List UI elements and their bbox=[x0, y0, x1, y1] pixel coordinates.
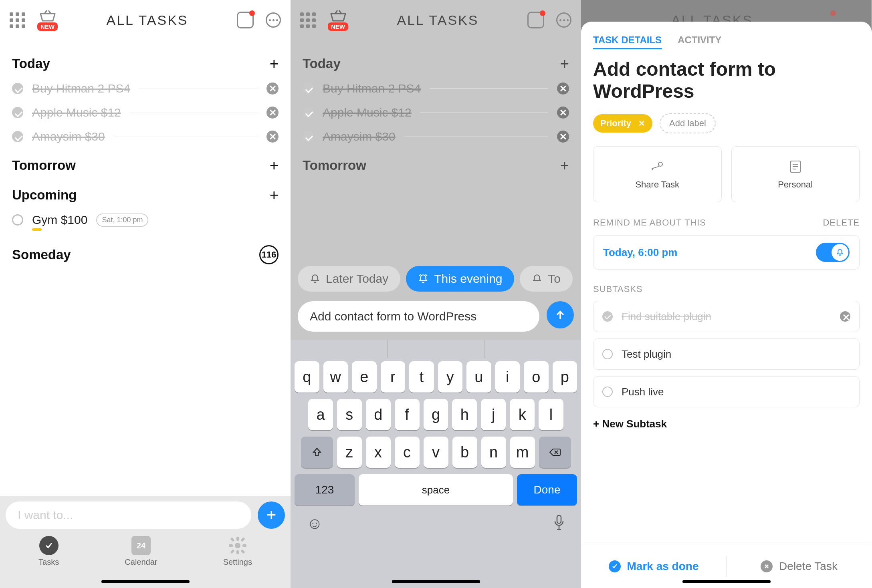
home-indicator[interactable] bbox=[101, 580, 190, 583]
keyboard-key-h[interactable]: h bbox=[452, 399, 477, 430]
tab-details[interactable]: TASK DETAILS bbox=[593, 34, 662, 49]
nav-tasks[interactable]: Tasks bbox=[38, 536, 59, 567]
home-indicator[interactable] bbox=[392, 580, 480, 583]
task-row[interactable]: Amaysim $30 bbox=[12, 130, 279, 143]
quick-add-input[interactable] bbox=[18, 508, 239, 522]
keyboard-key-c[interactable]: c bbox=[395, 437, 420, 468]
delete-task-button[interactable] bbox=[557, 83, 569, 95]
task-radio[interactable] bbox=[12, 214, 23, 226]
delete-task-button[interactable] bbox=[557, 131, 569, 143]
keyboard-suggestion-bar[interactable] bbox=[291, 340, 581, 358]
emoji-icon[interactable]: ☺ bbox=[307, 514, 323, 534]
grocery-icon[interactable]: NEW bbox=[328, 10, 348, 31]
task-row[interactable]: Gym $100 Sat, 1:00 pm bbox=[12, 213, 279, 227]
keyboard-key-f[interactable]: f bbox=[395, 399, 420, 430]
chip-this-evening[interactable]: This evening bbox=[406, 266, 514, 292]
quick-add-field[interactable] bbox=[6, 501, 251, 529]
delete-task-button[interactable] bbox=[266, 107, 279, 119]
app-grid-icon[interactable] bbox=[10, 12, 25, 28]
task-check-icon[interactable] bbox=[12, 131, 23, 142]
task-check-icon[interactable] bbox=[12, 83, 23, 94]
keyboard-space[interactable]: space bbox=[359, 474, 513, 505]
add-button[interactable]: + bbox=[258, 501, 285, 529]
subtask-check[interactable] bbox=[602, 311, 613, 322]
keyboard-key-g[interactable]: g bbox=[424, 399, 448, 430]
new-task-input[interactable] bbox=[310, 310, 527, 323]
add-task-button[interactable]: + bbox=[270, 187, 279, 203]
task-row[interactable]: Amaysim $30 bbox=[303, 130, 569, 143]
keyboard-key-n[interactable]: n bbox=[481, 437, 506, 468]
reminder-card[interactable]: Today, 6:00 pm bbox=[593, 235, 860, 270]
keyboard-key-j[interactable]: j bbox=[481, 399, 506, 430]
add-task-button[interactable]: + bbox=[560, 158, 569, 173]
keyboard-key-y[interactable]: y bbox=[438, 361, 463, 393]
keyboard-123[interactable]: 123 bbox=[295, 474, 355, 505]
keyboard-backspace[interactable] bbox=[539, 437, 571, 468]
keyboard-key-z[interactable]: z bbox=[337, 437, 362, 468]
keyboard-shift[interactable] bbox=[301, 437, 333, 468]
keyboard-key-d[interactable]: d bbox=[366, 399, 391, 430]
keyboard-key-i[interactable]: i bbox=[495, 361, 520, 393]
keyboard-key-a[interactable]: a bbox=[308, 399, 333, 430]
share-task-card[interactable]: Share Task bbox=[593, 146, 722, 202]
keyboard-key-v[interactable]: v bbox=[424, 437, 448, 468]
remove-chip-icon[interactable]: ✕ bbox=[638, 119, 645, 128]
keyboard-key-r[interactable]: r bbox=[381, 361, 406, 393]
keyboard-key-w[interactable]: w bbox=[323, 361, 348, 393]
chip-later-today[interactable]: Later Today bbox=[298, 266, 400, 292]
delete-task-button[interactable] bbox=[557, 107, 569, 119]
inbox-icon[interactable] bbox=[237, 12, 254, 28]
subtask-radio[interactable] bbox=[602, 387, 613, 397]
add-label-chip[interactable]: Add label bbox=[660, 113, 716, 133]
submit-task-button[interactable] bbox=[547, 301, 574, 328]
keyboard-key-s[interactable]: s bbox=[337, 399, 362, 430]
more-icon[interactable] bbox=[266, 12, 281, 28]
chip-tomorrow[interactable]: To bbox=[520, 266, 573, 292]
delete-task-button[interactable]: Delete Task bbox=[727, 560, 872, 573]
task-row[interactable]: Buy Hitman 2 PS4 bbox=[303, 82, 569, 95]
task-check-icon[interactable] bbox=[303, 83, 314, 94]
more-icon[interactable] bbox=[556, 12, 571, 28]
task-row[interactable]: Apple Music $12 bbox=[12, 106, 279, 119]
add-task-button[interactable]: + bbox=[560, 56, 569, 71]
add-task-button[interactable]: + bbox=[270, 158, 279, 173]
delete-subtask-button[interactable] bbox=[840, 311, 850, 322]
keyboard-key-m[interactable]: m bbox=[510, 437, 535, 468]
inbox-icon[interactable] bbox=[527, 12, 544, 28]
keyboard-key-x[interactable]: x bbox=[366, 437, 391, 468]
delete-task-button[interactable] bbox=[266, 83, 279, 95]
reminder-toggle[interactable] bbox=[816, 243, 850, 262]
subtask-row[interactable]: Test plugin bbox=[593, 338, 860, 370]
grocery-icon[interactable]: NEW bbox=[37, 10, 58, 31]
keyboard-key-u[interactable]: u bbox=[466, 361, 491, 393]
nav-settings[interactable]: Settings bbox=[223, 536, 252, 567]
keyboard-key-b[interactable]: b bbox=[452, 437, 477, 468]
priority-chip[interactable]: Priority ✕ bbox=[593, 114, 652, 133]
home-indicator[interactable] bbox=[682, 580, 771, 583]
new-task-field[interactable] bbox=[298, 301, 539, 332]
delete-reminder-button[interactable]: DELETE bbox=[823, 217, 860, 228]
new-subtask-button[interactable]: + New Subtask bbox=[593, 418, 860, 430]
task-row[interactable]: Buy Hitman 2 PS4 bbox=[12, 82, 279, 95]
task-title[interactable]: Add contact form to WordPress bbox=[593, 58, 860, 102]
keyboard-key-l[interactable]: l bbox=[539, 399, 563, 430]
on-screen-keyboard[interactable]: qwertyuiop asdfghjkl zxcvbnm 123 space D… bbox=[291, 340, 581, 588]
keyboard-key-p[interactable]: p bbox=[553, 361, 577, 393]
keyboard-key-t[interactable]: t bbox=[409, 361, 434, 393]
task-row[interactable]: Apple Music $12 bbox=[303, 106, 569, 119]
add-task-button[interactable]: + bbox=[270, 56, 279, 71]
keyboard-key-o[interactable]: o bbox=[524, 361, 549, 393]
nav-calendar[interactable]: 24 Calendar bbox=[125, 536, 157, 567]
keyboard-done[interactable]: Done bbox=[517, 474, 577, 505]
tab-activity[interactable]: ACTIVITY bbox=[678, 34, 721, 49]
task-check-icon[interactable] bbox=[12, 107, 23, 118]
delete-task-button[interactable] bbox=[266, 131, 279, 143]
subtask-row[interactable]: Find suitable plugin bbox=[593, 301, 860, 332]
subtask-radio[interactable] bbox=[602, 349, 613, 359]
keyboard-key-e[interactable]: e bbox=[352, 361, 377, 393]
app-grid-icon[interactable] bbox=[300, 12, 316, 28]
task-check-icon[interactable] bbox=[303, 131, 314, 142]
subtask-row[interactable]: Push live bbox=[593, 376, 860, 407]
keyboard-key-q[interactable]: q bbox=[295, 361, 319, 393]
mark-done-button[interactable]: Mark as done bbox=[581, 560, 726, 573]
